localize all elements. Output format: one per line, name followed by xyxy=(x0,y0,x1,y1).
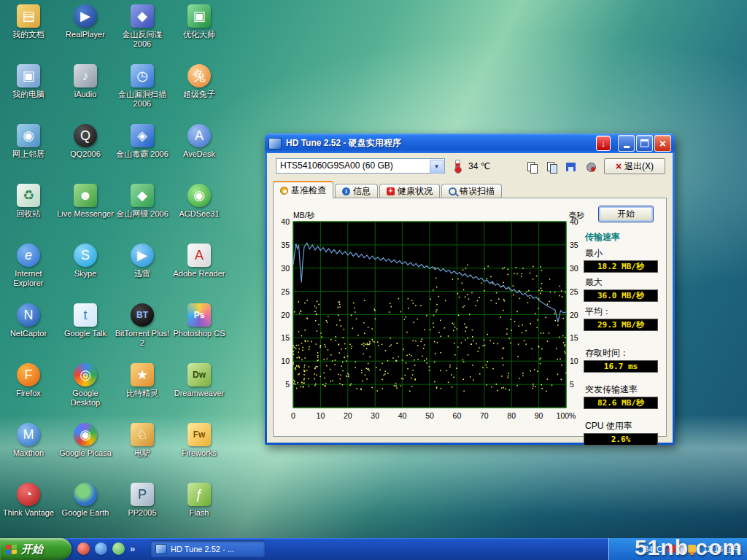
firefox-icon: F xyxy=(17,363,40,386)
tray-icons xyxy=(665,545,696,554)
tray-antivirus-icon[interactable] xyxy=(667,545,676,553)
desktop-icon-fireworks[interactable]: FwFireworks xyxy=(171,423,228,458)
desktop-icon-skype[interactable]: SSkype xyxy=(57,244,114,279)
desktop-icon-label: Think Vantage xyxy=(0,508,57,518)
tab-benchmark[interactable]: 基准检查 xyxy=(273,181,333,198)
desktop-icon-label: AveDesk xyxy=(171,149,228,159)
desktop-icon-network-places[interactable]: ◉网上邻居 xyxy=(0,124,57,159)
titlebar-download-arrow-button[interactable] xyxy=(596,136,611,151)
copy-image-icon xyxy=(546,161,557,173)
tray-temp-monitor-icon[interactable] xyxy=(688,545,696,553)
desktop-icon-dreamweaver[interactable]: DwDreamweaver xyxy=(171,363,228,398)
tab-error-scan[interactable]: 错误扫描 xyxy=(441,184,502,198)
desktop-icon-flash[interactable]: ƒFlash xyxy=(171,483,228,518)
access-time-value: 16.7 ms xyxy=(584,360,658,373)
svg-text:60: 60 xyxy=(453,411,462,420)
desktop-icon-photoshop-cs[interactable]: PsPhotoshop CS xyxy=(171,303,228,338)
desktop-icon-qq2006[interactable]: QQQ2006 xyxy=(57,124,114,159)
desktop-icon-label: 金山毒霸 2006 xyxy=(114,149,171,159)
quick-launch-browser-icon[interactable] xyxy=(77,542,90,555)
svg-text:毫秒: 毫秒 xyxy=(569,211,585,219)
desktop-icon-label: QQ2006 xyxy=(57,149,114,159)
save-screenshot-button[interactable] xyxy=(562,158,581,176)
tab-health[interactable]: +健康状况 xyxy=(379,184,440,198)
google-talk-icon: t xyxy=(74,303,97,327)
info-icon: i xyxy=(342,187,350,195)
desktop-icon-kingsoft-netdart[interactable]: ◆金山网镖 2006 xyxy=(114,184,171,219)
taskbar-task-hdtune[interactable]: HD Tune 2.52 - ... xyxy=(150,540,266,558)
tab-info[interactable]: i信息 xyxy=(335,184,378,198)
desktop-icon-kingsoft-scan[interactable]: ◷金山漏洞扫描 2006 xyxy=(114,64,171,108)
desktop-icon-netcaptor[interactable]: NNetCaptor xyxy=(0,303,57,338)
flash-icon: ƒ xyxy=(187,483,211,506)
bittorrent-plus-icon: BT xyxy=(131,303,154,327)
desktop-icon-think-vantage[interactable]: ◔Think Vantage xyxy=(0,483,57,518)
maximize-button[interactable] xyxy=(636,135,653,152)
desktop-icon-iaudio[interactable]: ♪iAudio xyxy=(57,64,114,99)
copy-text-button[interactable] xyxy=(522,158,541,176)
acdsee-icon: ◉ xyxy=(187,184,211,207)
svg-text:MB/秒: MB/秒 xyxy=(293,211,315,219)
desktop-icon-internet-explorer[interactable]: eInternet Explorer xyxy=(0,244,57,287)
desktop-icon-label: 网上邻居 xyxy=(0,149,57,159)
desktop-icon-avedesk[interactable]: AAveDesk xyxy=(171,124,228,159)
titlebar[interactable]: HD Tune 2.52 - 硬盘实用程序 xyxy=(265,133,675,153)
desktop-icon-kingsoft-antispy[interactable]: ◆金山反间谍 2006 xyxy=(114,4,171,48)
hdtune-window: HD Tune 2.52 - 硬盘实用程序 HTS541060G9SA00 (6… xyxy=(265,133,675,445)
quick-launch-overflow-icon[interactable]: » xyxy=(130,543,135,554)
kingsoft-scan-icon: ◷ xyxy=(131,64,154,88)
benchmark-chart: 0102030405060708090100%55101015152020252… xyxy=(267,211,591,426)
options-button[interactable] xyxy=(581,158,600,176)
svg-text:40: 40 xyxy=(281,217,290,226)
desktop-icon-adobe-reader[interactable]: AAdobe Reader xyxy=(171,244,228,279)
desktop-icon-label: Photoshop CS xyxy=(171,329,228,338)
desktop-icon-maxthon[interactable]: MMaxthon xyxy=(0,423,57,458)
my-documents-icon: ▤ xyxy=(17,4,40,28)
tray-volume-icon[interactable] xyxy=(678,545,686,553)
desktop-icon-google-picasa[interactable]: ◉Google Picasa xyxy=(57,423,114,458)
desktop-icon-acdsee[interactable]: ◉ACDSee31 xyxy=(171,184,228,219)
desktop-icon-label: Adobe Reader xyxy=(171,269,228,279)
cpu-usage-label: CPU 使用率 xyxy=(585,420,668,432)
desktop-icon-live-messenger[interactable]: ☻Live Messenger xyxy=(57,184,114,219)
desktop-icon-my-computer[interactable]: ▣我的电脑 xyxy=(0,64,57,99)
drive-select[interactable]: HTS541060G9SA00 (60 GB) xyxy=(276,158,445,174)
desktop-icon-label: 回收站 xyxy=(0,209,57,219)
minimize-button[interactable] xyxy=(618,135,635,152)
desktop-icon-realplayer[interactable]: ▶RealPlayer xyxy=(57,4,114,39)
desktop-icon-label: 我的文档 xyxy=(0,30,57,39)
desktop-icon-recycle-bin[interactable]: ♻回收站 xyxy=(0,184,57,219)
desktop-icon-my-documents[interactable]: ▤我的文档 xyxy=(0,4,57,39)
quick-launch-mail-icon[interactable] xyxy=(112,542,125,555)
svg-text:50: 50 xyxy=(425,411,434,420)
caption-buttons xyxy=(595,135,671,152)
desktop-icon-thunder[interactable]: ▶迅雷 xyxy=(114,244,171,279)
exit-button[interactable]: 退出(X) xyxy=(604,158,665,174)
youhua-dashi-icon: ▣ xyxy=(187,4,211,28)
desktop-icon-label: 我的电脑 xyxy=(0,90,57,99)
task-window-icon xyxy=(155,544,167,554)
desktop-icon-label: Maxthon xyxy=(0,448,57,458)
copy-text-icon xyxy=(526,161,538,173)
desktop-icon-google-talk[interactable]: tGoogle Talk xyxy=(57,303,114,338)
start-benchmark-button[interactable]: 开始 xyxy=(598,206,654,222)
desktop-icon-emule[interactable]: ♘电驴 xyxy=(114,423,171,458)
benchmark-icon xyxy=(280,187,288,195)
desktop-icon-google-desktop[interactable]: ◎Google Desktop xyxy=(57,363,114,407)
desktop-icon-super-rabbit[interactable]: 兔超级兔子 xyxy=(171,64,228,99)
live-messenger-icon: ☻ xyxy=(74,184,97,207)
desktop-icon-kingsoft-duba[interactable]: ◈金山毒霸 2006 xyxy=(114,124,171,159)
temperature-value: 34 ℃ xyxy=(468,161,490,171)
desktop-icon-bitspirit[interactable]: ★比特精灵 xyxy=(114,363,171,398)
chevron-down-icon[interactable] xyxy=(430,160,444,174)
desktop-icon-firefox[interactable]: FFirefox xyxy=(0,363,57,398)
desktop-icon-pp2005[interactable]: PPP2005 xyxy=(114,483,171,518)
desktop-icon-bittorrent-plus[interactable]: BTBitTorrent Plus! 2 xyxy=(114,303,171,347)
desktop-icon-youhua-dashi[interactable]: ▣优化大师 xyxy=(171,4,228,39)
close-button[interactable] xyxy=(654,135,671,152)
desktop-icon-label: Dreamweaver xyxy=(171,389,228,398)
quick-launch-media-icon[interactable] xyxy=(95,542,107,555)
copy-screenshot-button[interactable] xyxy=(542,158,561,176)
start-button[interactable]: 开始 xyxy=(0,538,71,560)
desktop-icon-google-earth[interactable]: Google Earth xyxy=(57,483,114,518)
